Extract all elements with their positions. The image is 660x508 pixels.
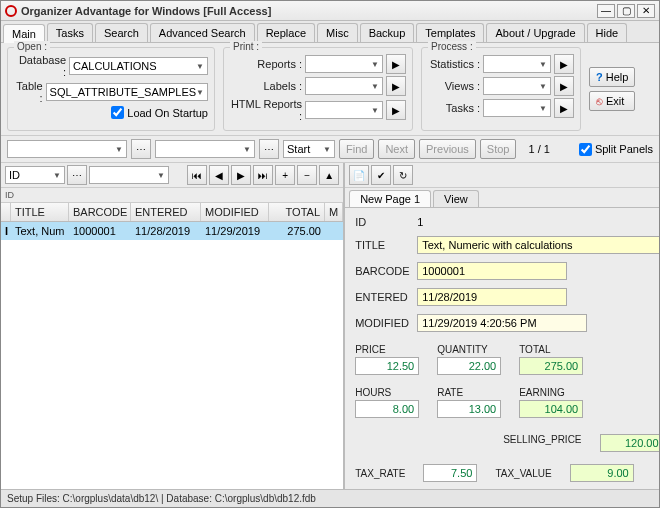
- rate-field[interactable]: 13.00: [437, 400, 501, 418]
- total-field: 275.00: [519, 357, 583, 375]
- tab-search[interactable]: Search: [95, 23, 148, 42]
- status-bar: Setup Files: C:\orgplus\data\db12\ | Dat…: [1, 489, 659, 507]
- maximize-button[interactable]: ▢: [617, 4, 635, 18]
- titlebar: Organizer Advantage for Windows [Full Ac…: [1, 1, 659, 21]
- search-opt-2[interactable]: ⋯: [259, 139, 279, 159]
- previous-button[interactable]: Previous: [419, 139, 476, 159]
- load-on-startup-checkbox[interactable]: [111, 106, 124, 119]
- search-combo-2[interactable]: ▼: [155, 140, 255, 158]
- tab-view[interactable]: View: [433, 190, 479, 207]
- table-row[interactable]: I Text, Num 1000001 11/28/2019 11/29/201…: [1, 222, 343, 240]
- window-title: Organizer Advantage for Windows [Full Ac…: [21, 5, 597, 17]
- selling-price-field: 120.00: [600, 434, 659, 452]
- tasks-combo[interactable]: ▼: [483, 99, 551, 117]
- quantity-field[interactable]: 22.00: [437, 357, 501, 375]
- stats-combo[interactable]: ▼: [483, 55, 551, 73]
- nav-first-icon[interactable]: ⏮: [187, 165, 207, 185]
- tab-templates[interactable]: Templates: [416, 23, 484, 42]
- nav-del-icon[interactable]: −: [297, 165, 317, 185]
- stop-button[interactable]: Stop: [480, 139, 517, 159]
- tab-tasks[interactable]: Tasks: [47, 23, 93, 42]
- tasks-go-icon[interactable]: ▶: [554, 98, 574, 118]
- grid-opt[interactable]: ⋯: [67, 165, 87, 185]
- open-group: Open : Database : CALCULATIONS▼ Table : …: [7, 47, 215, 131]
- main-tabs: Main Tasks Search Advanced Search Replac…: [1, 21, 659, 43]
- barcode-field[interactable]: 1000001: [417, 262, 567, 280]
- close-button[interactable]: ✕: [637, 4, 655, 18]
- stats-go-icon[interactable]: ▶: [554, 54, 574, 74]
- record-counter: 1 / 1: [528, 143, 549, 155]
- app-icon: [5, 5, 17, 17]
- id-value: 1: [417, 216, 423, 228]
- earning-field: 104.00: [519, 400, 583, 418]
- tab-misc[interactable]: Misc: [317, 23, 358, 42]
- tab-new-page-1[interactable]: New Page 1: [349, 190, 431, 207]
- search-opt-1[interactable]: ⋯: [131, 139, 151, 159]
- help-button[interactable]: ?Help: [589, 67, 635, 87]
- price-field[interactable]: 12.50: [355, 357, 419, 375]
- tab-hide[interactable]: Hide: [587, 23, 628, 42]
- table-combo[interactable]: SQL_ATTRIBUTE_SAMPLES▼: [46, 83, 208, 101]
- search-toolbar: ▼ ⋯ ▼ ⋯ Start▼ Find Next Previous Stop 1…: [1, 136, 659, 163]
- hours-field[interactable]: 8.00: [355, 400, 419, 418]
- nav-prev-icon[interactable]: ◀: [209, 165, 229, 185]
- next-button[interactable]: Next: [378, 139, 415, 159]
- labels-go-icon[interactable]: ▶: [386, 76, 406, 96]
- nav-edit-icon[interactable]: ▲: [319, 165, 339, 185]
- detail-new-icon[interactable]: 📄: [349, 165, 369, 185]
- detail-refresh-icon[interactable]: ↻: [393, 165, 413, 185]
- grid-combo-2[interactable]: ▼: [89, 166, 169, 184]
- split-panels-checkbox[interactable]: [579, 143, 592, 156]
- minimize-button[interactable]: —: [597, 4, 615, 18]
- id-combo[interactable]: ID▼: [5, 166, 65, 184]
- title-field[interactable]: Text, Numeric with calculations: [417, 236, 659, 254]
- tab-backup[interactable]: Backup: [360, 23, 415, 42]
- detail-save-icon[interactable]: ✔: [371, 165, 391, 185]
- database-combo[interactable]: CALCULATIONS▼: [69, 57, 208, 75]
- tax-rate-field[interactable]: 7.50: [423, 464, 477, 482]
- nav-add-icon[interactable]: +: [275, 165, 295, 185]
- modified-field: 11/29/2019 4:20:56 PM: [417, 314, 587, 332]
- labels-combo[interactable]: ▼: [305, 77, 383, 95]
- views-combo[interactable]: ▼: [483, 77, 551, 95]
- start-combo[interactable]: Start▼: [283, 140, 335, 158]
- html-go-icon[interactable]: ▶: [386, 100, 406, 120]
- print-group: Print : Reports :▼▶ Labels :▼▶ HTML Repo…: [223, 47, 413, 131]
- reports-combo[interactable]: ▼: [305, 55, 383, 73]
- grid-header: TITLE BARCODE ENTERED MODIFIED TOTAL M: [1, 203, 343, 222]
- nav-next-icon[interactable]: ▶: [231, 165, 251, 185]
- search-combo-1[interactable]: ▼: [7, 140, 127, 158]
- reports-go-icon[interactable]: ▶: [386, 54, 406, 74]
- tab-replace[interactable]: Replace: [257, 23, 315, 42]
- entered-field[interactable]: 11/28/2019: [417, 288, 567, 306]
- tab-advanced-search[interactable]: Advanced Search: [150, 23, 255, 42]
- process-group: Process : Statistics :▼▶ Views :▼▶ Tasks…: [421, 47, 581, 131]
- views-go-icon[interactable]: ▶: [554, 76, 574, 96]
- find-button[interactable]: Find: [339, 139, 374, 159]
- html-combo[interactable]: ▼: [305, 101, 383, 119]
- tab-about[interactable]: About / Upgrade: [486, 23, 584, 42]
- nav-last-icon[interactable]: ⏭: [253, 165, 273, 185]
- tax-value-field: 9.00: [570, 464, 634, 482]
- exit-button[interactable]: ⎋Exit: [589, 91, 635, 111]
